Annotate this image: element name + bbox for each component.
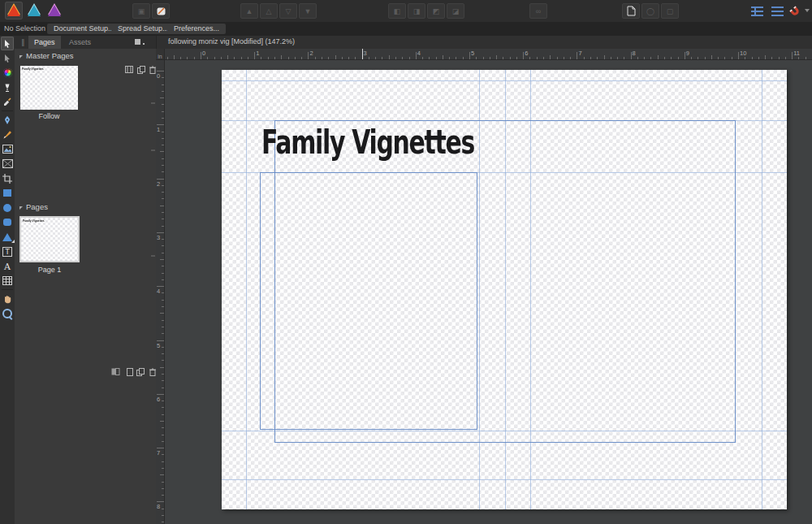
add-page-icon[interactable] [125,367,135,376]
view-tool[interactable] [1,292,14,305]
publisher-app-icon[interactable] [5,2,23,19]
style-picker-tool[interactable] [1,80,14,94]
add-master-icon[interactable] [136,65,146,74]
ruler-tick [806,57,806,59]
ruler-tick [570,57,571,59]
column-guide[interactable] [762,70,762,509]
color-picker-tool[interactable] [1,95,14,109]
ruler-label: 5 [471,50,474,57]
ruler-tick [436,57,437,59]
place-image-button[interactable]: ▣ [132,3,150,19]
ruler-tick [456,57,456,59]
ruler-tick [550,55,551,59]
move-to-back-button[interactable]: ▼ [299,3,317,19]
ruler-tick [678,57,679,59]
move-tool[interactable] [1,37,14,50]
page-1-thumbnail[interactable]: Family Vignettes [19,216,80,262]
master-page-thumbnail[interactable]: Family Vignettes [20,66,78,110]
ruler-tick [745,57,745,59]
ruler-tick [476,57,477,59]
ruler-tick [281,55,282,59]
replace-button[interactable]: ◪ [447,3,464,19]
triangle-tool[interactable] [1,230,14,244]
edit-master-icon[interactable] [124,65,134,74]
color-wheel-icon[interactable] [1,66,14,80]
ruler-tick [160,151,164,152]
assistant-button[interactable] [152,3,170,19]
canvas-viewport[interactable]: Family Vignettes [165,60,812,524]
page-title-text[interactable]: Family Vignettes [261,123,474,162]
insert-inside-button[interactable]: ◧ [388,3,406,19]
ruler-tick [510,57,511,59]
ruler-tick [369,57,369,59]
document-setup-button[interactable]: Document Setup... [47,24,121,34]
move-forward-button[interactable]: △ [260,3,278,19]
ruler-tick [254,52,255,59]
ruler-tick [162,185,164,186]
paragraph-panel-icon[interactable] [748,3,766,19]
clip-to-canvas-button[interactable]: ▢ [661,3,679,19]
ruler-tick [157,448,164,448]
master-page-label[interactable]: Follow [20,112,78,120]
collapse-arrow-icon[interactable] [19,55,23,58]
move-backward-button[interactable]: ▽ [279,3,297,19]
ruler-label: 2 [309,50,313,57]
new-page-button[interactable] [622,3,640,19]
ruler-label: 8 [157,503,160,510]
master-pages-header[interactable]: Master Pages [15,50,156,62]
row-guide[interactable] [222,479,787,480]
page-1-label[interactable]: Page 1 [19,266,80,274]
horizontal-ruler[interactable]: 01234567891011 [165,49,812,60]
picture-frame-tool[interactable] [1,142,14,156]
ruler-tick [160,259,164,260]
studio-panel-icon[interactable] [768,3,786,19]
tools-panel: TA [0,36,15,524]
document-tab[interactable]: following moniz vig [Modified] (147.2%) [168,37,295,45]
spread-setup-button[interactable]: Spread Setup... [111,24,175,34]
pages-header[interactable]: Pages [15,201,156,213]
ruler-unit-label[interactable]: in [156,49,165,60]
ruler-tick [160,97,164,98]
table-tool[interactable] [1,274,14,288]
move-to-front-button[interactable]: ▲ [240,3,258,19]
layout-frame[interactable] [260,172,477,430]
ruler-label: 11 [793,50,800,57]
vector-brush-tool[interactable] [1,128,14,141]
ruler-tick [604,55,605,59]
artistic-text-tool[interactable]: A [1,259,14,273]
snapping-dropdown-arrow[interactable] [805,9,810,12]
rounded-rectangle-tool[interactable] [1,215,14,229]
insert-on-top-button[interactable]: ◩ [427,3,445,19]
link-frames-button[interactable]: ∞ [529,3,547,19]
spread-mode-icon[interactable] [110,367,120,376]
zoom-tool[interactable] [1,306,14,320]
preview-mode-button[interactable]: ◯ [641,3,659,19]
ellipse-tool[interactable] [1,201,14,214]
ruler-tick [261,57,261,59]
add-pages-icon[interactable] [136,367,145,376]
node-tool[interactable] [1,51,14,65]
ruler-tick [758,57,759,59]
vertical-ruler[interactable]: 012345678 [156,60,165,524]
column-guide[interactable] [246,70,247,509]
panel-grip-icon[interactable]: ∥ [21,38,25,46]
pen-tool[interactable] [1,113,14,127]
picture-frame-x-tool[interactable] [1,157,14,171]
ruler-tick [221,57,222,59]
row-guide[interactable] [222,80,787,81]
ruler-tick [162,468,164,469]
panel-menu-icon[interactable] [135,39,140,45]
crop-tool[interactable] [1,171,14,185]
tab-pages[interactable]: Pages [28,36,61,49]
designer-app-icon[interactable] [25,2,43,19]
frame-text-tool[interactable]: T [1,245,14,258]
rectangle-tool[interactable] [1,186,14,200]
snapping-magnet-icon[interactable] [786,3,804,19]
preferences-button[interactable]: Preferences... [167,24,226,34]
photo-app-icon[interactable] [45,2,63,19]
insert-behind-button[interactable]: ◨ [408,3,425,19]
ruler-tick [516,57,517,59]
collapse-arrow-icon[interactable] [19,206,23,210]
ruler-tick [496,55,497,59]
tab-assets[interactable]: Assets [63,36,97,49]
